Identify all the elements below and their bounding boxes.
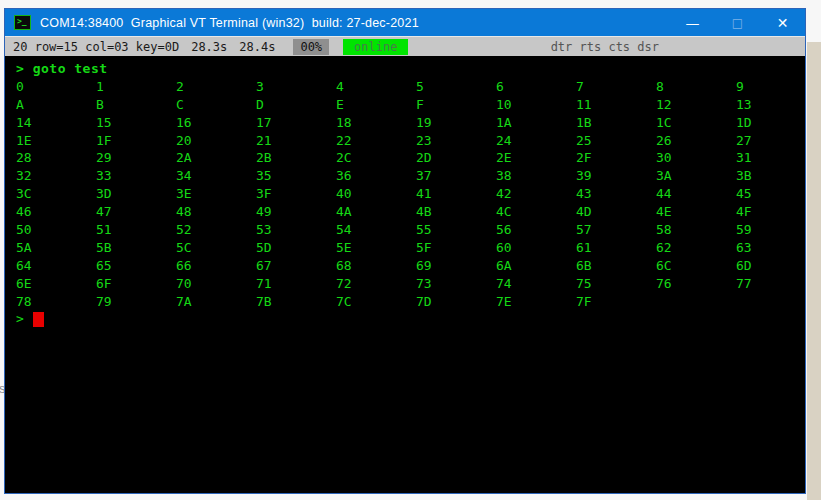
terminal-line: 32333435363738393A3B <box>16 167 805 185</box>
grid-cell: 35 <box>256 167 336 185</box>
grid-cell: 64 <box>16 257 96 275</box>
grid-cell: 4 <box>336 78 416 96</box>
terminal-line: 1E1F2021222324252627 <box>16 132 805 150</box>
grid-cell: 1 <box>96 78 176 96</box>
grid-cell: 6 <box>496 78 576 96</box>
desktop-background-strip <box>807 42 821 500</box>
terminal-line: 0123456789 <box>16 78 805 96</box>
grid-cell: 63 <box>736 239 805 257</box>
terminal-line: 50515253545556575859 <box>16 221 805 239</box>
grid-cell: 1E <box>16 132 96 150</box>
grid-cell: 6B <box>576 257 656 275</box>
grid-cell: 45 <box>736 185 805 203</box>
minimize-icon: — <box>686 15 700 31</box>
grid-cell: 7E <box>496 293 576 311</box>
grid-cell: 32 <box>16 167 96 185</box>
command-line: > goto test <box>16 60 805 78</box>
grid-cell: 67 <box>256 257 336 275</box>
grid-cell: 47 <box>96 203 176 221</box>
close-button[interactable]: ✕ <box>760 9 805 36</box>
terminal-line: 6465666768696A6B6C6D <box>16 257 805 275</box>
terminal-line: 464748494A4B4C4D4E4F <box>16 203 805 221</box>
grid-cell: 5E <box>336 239 416 257</box>
grid-cell: 65 <box>96 257 176 275</box>
grid-cell: 1C <box>656 114 736 132</box>
grid-cell: 5C <box>176 239 256 257</box>
grid-cell: 61 <box>576 239 656 257</box>
grid-cell: 22 <box>336 132 416 150</box>
terminal-line: 1415161718191A1B1C1D <box>16 114 805 132</box>
grid-cell: 51 <box>96 221 176 239</box>
grid-cell: 5A <box>16 239 96 257</box>
grid-cell: 28 <box>16 149 96 167</box>
grid-cell: 36 <box>336 167 416 185</box>
grid-cell: 4B <box>416 203 496 221</box>
grid-cell: C <box>176 96 256 114</box>
grid-cell: 13 <box>736 96 805 114</box>
grid-cell: 25 <box>576 132 656 150</box>
grid-cell: 48 <box>176 203 256 221</box>
prompt-char: > <box>16 310 24 328</box>
grid-cell: 9 <box>736 78 805 96</box>
grid-cell: 44 <box>656 185 736 203</box>
grid-cell: 54 <box>336 221 416 239</box>
grid-cell: 49 <box>256 203 336 221</box>
grid-cell: 77 <box>736 275 805 293</box>
grid-cell: 46 <box>16 203 96 221</box>
prompt-line: > <box>16 310 805 328</box>
grid-cell: 74 <box>496 275 576 293</box>
terminal-screen[interactable]: > goto test 0123456789ABCDEF101112131415… <box>5 56 805 493</box>
grid-cell: 3A <box>656 167 736 185</box>
grid-cell: 42 <box>496 185 576 203</box>
grid-cell: 70 <box>176 275 256 293</box>
text-cursor <box>33 312 44 327</box>
grid-cell: E <box>336 96 416 114</box>
grid-cell: F <box>416 96 496 114</box>
grid-cell: 31 <box>736 149 805 167</box>
terminal-grid: 0123456789ABCDEF101112131415161718191A1B… <box>16 78 805 311</box>
grid-cell: 4E <box>656 203 736 221</box>
window-title: COM14:38400 Graphical VT Terminal (win32… <box>40 16 419 30</box>
grid-cell: 72 <box>336 275 416 293</box>
minimize-button[interactable]: — <box>670 9 715 36</box>
grid-cell: 1F <box>96 132 176 150</box>
grid-cell: 5D <box>256 239 336 257</box>
grid-cell: 6A <box>496 257 576 275</box>
grid-cell: 11 <box>576 96 656 114</box>
grid-cell: 3C <box>16 185 96 203</box>
grid-cell: 2B <box>256 149 336 167</box>
grid-cell: 2A <box>176 149 256 167</box>
terminal-line: 3C3D3E3F404142434445 <box>16 185 805 203</box>
terminal-app-icon: >_ <box>14 15 31 30</box>
grid-cell: 78 <box>16 293 96 311</box>
grid-cell: 4F <box>736 203 805 221</box>
grid-cell: 15 <box>96 114 176 132</box>
status-timer-1: 28.3s <box>191 40 227 54</box>
grid-cell: 55 <box>416 221 496 239</box>
grid-cell: 53 <box>256 221 336 239</box>
grid-cell: 37 <box>416 167 496 185</box>
grid-cell: B <box>96 96 176 114</box>
grid-cell: 6D <box>736 257 805 275</box>
grid-cell: 12 <box>656 96 736 114</box>
grid-cell: 7 <box>576 78 656 96</box>
grid-cell: 57 <box>576 221 656 239</box>
grid-cell: 23 <box>416 132 496 150</box>
serial-signals-text: dtr rts cts dsr <box>551 40 659 54</box>
maximize-button[interactable]: □ <box>715 9 760 36</box>
grid-cell: 5F <box>416 239 496 257</box>
grid-cell: 24 <box>496 132 576 150</box>
grid-cell: 27 <box>736 132 805 150</box>
terminal-line: 5A5B5C5D5E5F60616263 <box>16 239 805 257</box>
grid-cell: 60 <box>496 239 576 257</box>
grid-cell: 2E <box>496 149 576 167</box>
grid-cell: 21 <box>256 132 336 150</box>
grid-cell: 0 <box>16 78 96 96</box>
grid-cell: 62 <box>656 239 736 257</box>
grid-cell: 6C <box>656 257 736 275</box>
grid-cell: D <box>256 96 336 114</box>
grid-cell: 34 <box>176 167 256 185</box>
grid-cell: 8 <box>656 78 736 96</box>
titlebar[interactable]: >_ COM14:38400 Graphical VT Terminal (wi… <box>5 9 805 36</box>
terminal-line: ABCDEF10111213 <box>16 96 805 114</box>
